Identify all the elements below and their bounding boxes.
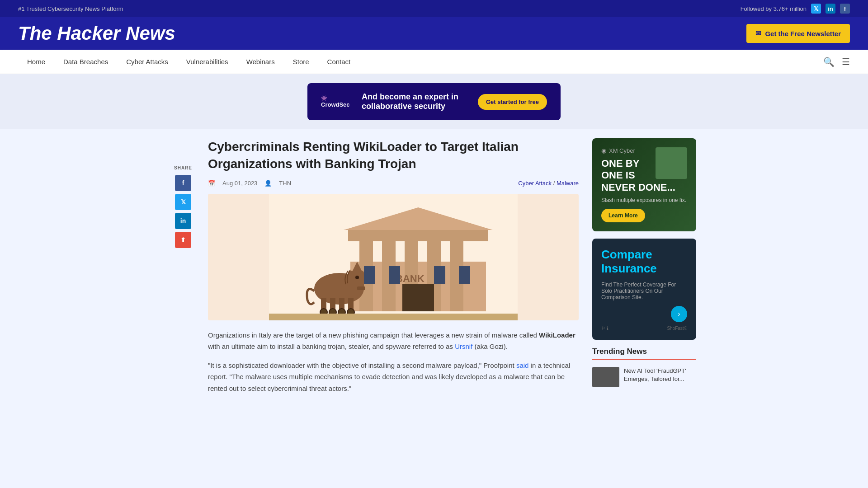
linkedin-icon[interactable]: in	[826, 4, 835, 14]
ad-label: ShoFast©	[667, 326, 687, 331]
insurance-ad: Compare Insurance Find The Perfect Cover…	[592, 239, 696, 339]
menu-icon[interactable]: ☰	[842, 56, 850, 67]
svg-rect-14	[459, 266, 470, 284]
trusted-label: #1 Trusted Cybersecurity News Platform	[18, 5, 123, 12]
share-label: SHARE	[174, 165, 192, 170]
svg-rect-10	[402, 284, 434, 311]
banner-logo-text: CrowdSec	[321, 101, 353, 108]
xm-cyber-brand: ◉ XM Cyber	[601, 147, 651, 154]
nav-webinars[interactable]: Webinars	[237, 50, 284, 74]
xm-cyber-ad: ◉ XM Cyber ONE BY ONE IS NEVER DONE... S…	[592, 138, 696, 231]
author-icon: 👤	[264, 180, 272, 187]
insurance-arrow-button[interactable]: ›	[671, 306, 687, 322]
nav-data-breaches[interactable]: Data Breaches	[54, 50, 117, 74]
insurance-row: ›	[601, 306, 687, 322]
calendar-icon: 📅	[208, 180, 215, 187]
svg-rect-19	[357, 286, 365, 290]
nav-cyber-attacks[interactable]: Cyber Attacks	[117, 50, 177, 74]
twitter-icon[interactable]: 𝕏	[811, 4, 821, 14]
share-twitter-button[interactable]: 𝕏	[175, 194, 191, 210]
article-content: Cybercriminals Renting WikiLoader to Tar…	[208, 138, 579, 401]
trending-title: Trending News	[592, 347, 696, 360]
trending-thumb	[592, 367, 619, 387]
article-meta: 📅 Aug 01, 2023 👤 THN Cyber Attack / Malw…	[208, 180, 579, 187]
nav-home[interactable]: Home	[18, 50, 54, 74]
social-follow: Followed by 3.76+ million 𝕏 in f	[741, 4, 850, 14]
said-link[interactable]: said	[516, 361, 529, 369]
crowdsec-logo: 👾 CrowdSec	[321, 95, 353, 108]
ad-report-icon[interactable]: ⚐ ℹ	[601, 326, 609, 331]
xm-cyber-sub: Slash multiple exposures in one fix.	[601, 197, 687, 203]
svg-rect-29	[269, 314, 518, 320]
main-nav: Home Data Breaches Cyber Attacks Vulnera…	[0, 50, 868, 74]
svg-rect-11	[364, 266, 375, 284]
article-date: Aug 01, 2023	[222, 180, 257, 187]
ursnif-link[interactable]: Ursnif	[455, 343, 472, 350]
banner-text: And become an expert in collaborative se…	[362, 92, 469, 111]
crowdsec-banner: 👾 CrowdSec And become an expert in colla…	[307, 83, 561, 120]
insurance-footer: ⚐ ℹ ShoFast©	[601, 326, 687, 331]
header: The Hacker News ✉ Get the Free Newslette…	[0, 17, 868, 50]
share-linkedin-button[interactable]: in	[175, 213, 191, 229]
nav-contact[interactable]: Contact	[318, 50, 360, 74]
article-paragraph-1: Organizations in Italy are the target of…	[208, 329, 579, 352]
nav-icons: 🔍 ☰	[823, 56, 850, 67]
svg-rect-7	[348, 230, 488, 241]
svg-point-18	[355, 276, 359, 279]
right-sidebar: ◉ XM Cyber ONE BY ONE IS NEVER DONE... S…	[592, 138, 696, 401]
share-other-button[interactable]: ⬆	[175, 232, 191, 248]
article-image: BANK	[208, 194, 579, 320]
banner-button[interactable]: Get started for free	[478, 94, 547, 110]
nav-vulnerabilities[interactable]: Vulnerabilities	[177, 50, 237, 74]
facebook-icon[interactable]: f	[840, 4, 850, 14]
tag-malware[interactable]: Malware	[557, 180, 579, 187]
svg-rect-12	[389, 266, 400, 284]
share-facebook-button[interactable]: f	[175, 175, 191, 191]
xm-cyber-logo-icon: ◉	[601, 147, 606, 154]
article-title: Cybercriminals Renting WikiLoader to Tar…	[208, 138, 579, 173]
insurance-sub: Find The Perfect Coverage For Solo Pract…	[601, 282, 687, 300]
article-author: THN	[279, 180, 291, 187]
article-paragraph-2: "It is a sophisticated downloader with t…	[208, 360, 579, 394]
trending-section: Trending News New AI Tool 'FraudGPT' Eme…	[592, 347, 696, 392]
trending-text: New AI Tool 'FraudGPT' Emerges, Tailored…	[624, 367, 696, 383]
search-icon[interactable]: 🔍	[823, 56, 835, 67]
svg-rect-13	[434, 266, 445, 284]
trending-item[interactable]: New AI Tool 'FraudGPT' Emerges, Tailored…	[592, 362, 696, 392]
followed-label: Followed by 3.76+ million	[741, 5, 807, 12]
insurance-headline: Compare Insurance	[601, 248, 687, 276]
nav-store[interactable]: Store	[284, 50, 318, 74]
article-meta-left: 📅 Aug 01, 2023 👤 THN	[208, 180, 291, 187]
share-sidebar: SHARE f 𝕏 in ⬆	[172, 138, 194, 401]
email-icon: ✉	[755, 29, 761, 38]
article-body: Organizations in Italy are the target of…	[208, 329, 579, 394]
newsletter-label: Get the Free Newsletter	[765, 30, 841, 38]
article-tags: Cyber Attack / Malware	[518, 180, 579, 187]
nav-items: Home Data Breaches Cyber Attacks Vulnera…	[18, 50, 823, 74]
wikiloader-text: WikiLoader	[539, 331, 576, 339]
xm-cyber-image	[656, 147, 687, 179]
xm-cyber-learn-more-button[interactable]: Learn More	[601, 209, 645, 222]
tag-cyber-attack[interactable]: Cyber Attack	[518, 180, 552, 187]
top-bar: #1 Trusted Cybersecurity News Platform F…	[0, 0, 868, 17]
main-container: SHARE f 𝕏 in ⬆ Cybercriminals Renting Wi…	[163, 129, 705, 410]
banner-area: 👾 CrowdSec And become an expert in colla…	[0, 74, 868, 129]
newsletter-button[interactable]: ✉ Get the Free Newsletter	[746, 24, 850, 43]
site-title[interactable]: The Hacker News	[18, 23, 175, 44]
